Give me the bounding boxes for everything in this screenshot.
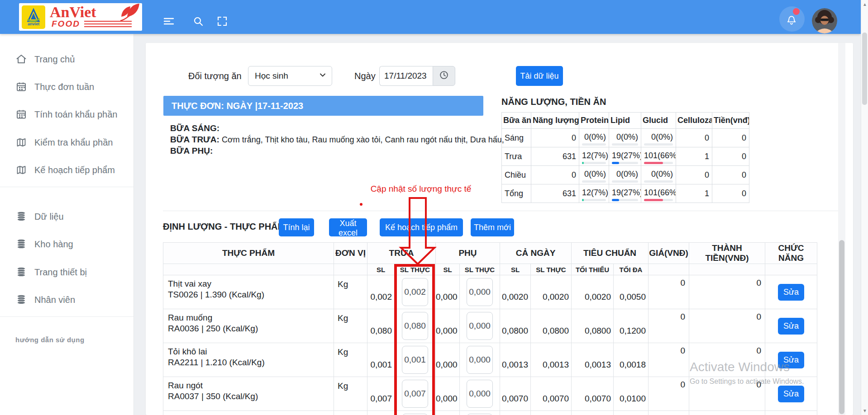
energy-row-trua: Trưa631 12(7%) 19(27%) 101(66%) 10: [502, 147, 749, 166]
brand-logo[interactable]: anviet AnViet FOOD: [19, 3, 142, 31]
panel-scrollbar-thumb[interactable]: [839, 240, 844, 414]
database-icon: [15, 211, 27, 222]
table-row: Thịt vai xayTS0026 | 1.390 (Kcal/Kg) Kg …: [163, 275, 817, 309]
user-avatar[interactable]: [812, 8, 837, 33]
date-input-group: [379, 66, 455, 86]
lunch-line: BỮA TRƯA: Cơm trắng, Thịt kho tàu, Rau m…: [170, 134, 487, 145]
svg-text:anviet: anviet: [28, 22, 39, 26]
snack-actual-qty-input[interactable]: [467, 380, 493, 408]
topbar: anviet AnViet FOOD: [0, 0, 861, 34]
notification-badge: [793, 8, 800, 15]
snack-actual-qty-input[interactable]: [467, 278, 493, 306]
search-icon[interactable]: [192, 15, 204, 27]
meals-list: BỮA SÁNG: BỮA TRƯA: Cơm trắng, Thịt kho …: [170, 123, 487, 156]
date-picker-button[interactable]: [433, 66, 455, 86]
sidebar-divider: [0, 316, 134, 317]
table-row: Dầu ăn Tường An bịch (18Kg/20lít/bịch) K…: [163, 411, 817, 415]
annotation-highlight-rect: [394, 264, 435, 415]
date-input[interactable]: [379, 66, 433, 86]
clock-icon: [439, 70, 449, 82]
sidebar-item-home[interactable]: Trang chủ: [0, 52, 134, 66]
energy-table: Bữa ănNăng lượng ProteinLipid GlucidCell…: [501, 112, 749, 203]
subject-select-value: Học sinh: [255, 71, 319, 81]
database-icon: [15, 294, 27, 306]
add-new-button[interactable]: Thêm mới: [471, 218, 514, 236]
leaf-icon: [117, 3, 140, 25]
app-root: anviet AnViet FOOD: [0, 0, 868, 415]
annotation-text: Cập nhật số lượng thực tế: [362, 184, 480, 194]
sidebar-item-equipment[interactable]: Trang thiết bị: [0, 265, 134, 279]
food-table: THỰC PHẨM ĐƠN VỊ TRƯA PHỤ CẢ NGÀY TIÊU C…: [163, 242, 817, 415]
energy-header-row: Bữa ănNăng lượng ProteinLipid GlucidCell…: [502, 113, 749, 129]
load-data-button[interactable]: Tải dữ liệu: [516, 66, 563, 86]
table-sub-header-row: SL SL THỰC SL SL THỰC SL SL THỰC TỐI THI…: [163, 264, 817, 275]
sidebar-item-staff[interactable]: Nhân viên: [0, 292, 134, 307]
energy-row-tong: Tổng631 12(7%) 19(27%) 101(66%) 10: [502, 184, 749, 203]
sidebar-divider: [0, 187, 134, 187]
sidebar-item-ration-check[interactable]: Kiểm tra khẩu phần: [0, 135, 134, 150]
recalculate-button[interactable]: Tính lại: [279, 218, 314, 236]
brand-subtitle: FOOD: [52, 19, 80, 29]
sidebar-item-warehouse[interactable]: Kho hàng: [0, 237, 134, 251]
edit-button[interactable]: Sửa: [778, 352, 804, 368]
annotation-arrow-icon: [397, 197, 439, 265]
scroll-up-arrow[interactable]: ▲: [861, 2, 868, 7]
sidebar: Trang chủ Thực đơn tuần Tính toán khẩu p…: [0, 34, 134, 415]
table-group-header-row: THỰC PHẨM ĐƠN VỊ TRƯA PHỤ CẢ NGÀY TIÊU C…: [163, 243, 817, 264]
breakfast-line: BỮA SÁNG:: [170, 123, 487, 134]
edit-button[interactable]: Sửa: [778, 318, 804, 335]
energy-section-title: NĂNG LƯỢNG, TIỀN ĂN: [501, 97, 606, 107]
annotation-dot: [360, 203, 362, 206]
table-row: Rau muốngRA0036 | 250 (Kcal/Kg) Kg 0,080…: [163, 309, 817, 343]
snack-actual-qty-input[interactable]: [467, 312, 493, 340]
database-icon: [15, 238, 27, 250]
energy-row-chieu: Chiều0 0(0%) 0(0%) 0(0%) 00: [502, 166, 749, 184]
fullscreen-icon[interactable]: [216, 15, 228, 27]
map-icon: [15, 137, 27, 148]
scroll-down-arrow[interactable]: ▼: [861, 408, 868, 413]
database-icon: [15, 266, 27, 278]
energy-row-sang: Sáng0 0(0%) 0(0%) 0(0%) 00: [502, 129, 749, 147]
map-icon: [15, 164, 27, 176]
quantity-section-title: ĐỊNH LƯỢNG - THỰC PHẨM: [163, 222, 285, 232]
sidebar-item-ration-calc[interactable]: Tính toán khẩu phần: [0, 107, 134, 122]
sidebar-toggle-icon[interactable]: [163, 15, 175, 27]
bell-icon[interactable]: [786, 14, 797, 26]
edit-button[interactable]: Sửa: [778, 386, 804, 402]
panel-scrollbar: [838, 43, 845, 415]
date-label: Ngày: [354, 70, 376, 82]
divider: [163, 211, 838, 211]
calendar-icon: [15, 81, 27, 93]
snack-line: BỮA PHỤ:: [170, 145, 487, 156]
chevron-down-icon: [319, 71, 326, 81]
page-scrollbar: ▲ ▼: [861, 0, 868, 415]
edit-button[interactable]: Sửa: [778, 284, 804, 301]
sidebar-footer-note: hướng dẫn sử dụng: [15, 336, 85, 344]
table-row: Rau ngótRA0037 | 350 (Kcal/Kg) Kg 0,007 …: [163, 377, 817, 411]
page-scrollbar-thumb[interactable]: [862, 33, 867, 105]
sidebar-item-data[interactable]: Dữ liệu: [0, 209, 134, 224]
calendar-icon: [15, 108, 27, 120]
sidebar-item-weekly-menu[interactable]: Thực đơn tuần: [0, 80, 134, 94]
brand-title: AnViet: [50, 4, 96, 21]
export-excel-button[interactable]: Xuất excel: [329, 218, 367, 236]
subject-label: Đối tượng ăn: [188, 70, 242, 82]
subject-select[interactable]: Học sinh: [248, 66, 332, 86]
home-icon: [15, 53, 27, 65]
sidebar-item-supply-plan[interactable]: Kế hoạch tiếp phẩm: [0, 163, 134, 177]
brand-emblem-icon: anviet: [22, 5, 45, 29]
table-row: Tỏi khô laiRA2211 | 1.210 (Kcal/Kg) Kg 0…: [163, 343, 817, 377]
snack-actual-qty-input[interactable]: [467, 346, 493, 374]
menu-header-bar: THỰC ĐƠN: NGÀY |17-11-2023: [163, 96, 483, 116]
main-panel: Đối tượng ăn Học sinh Ngày Tải dữ liệu T…: [146, 43, 853, 415]
